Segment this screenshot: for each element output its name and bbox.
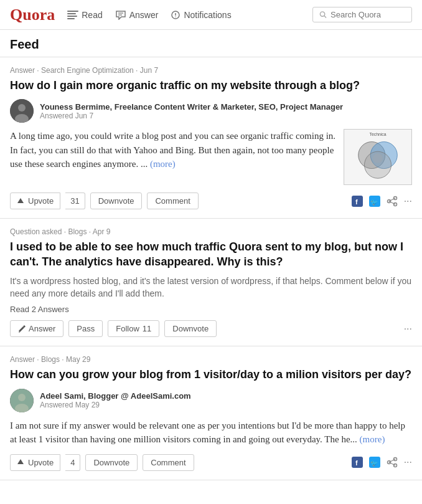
downvote-button[interactable]: Downvote: [164, 320, 217, 337]
nav-read-label: Read: [82, 10, 102, 20]
card-meta: Answer · Blogs · May 29: [10, 355, 412, 364]
svg-rect-1: [67, 13, 76, 14]
venn-diagram: Technica: [344, 129, 412, 185]
svg-marker-20: [17, 198, 24, 203]
more-actions[interactable]: ···: [404, 196, 412, 207]
svg-rect-3: [67, 18, 75, 19]
share-icon[interactable]: [387, 196, 398, 207]
svg-point-12: [18, 104, 26, 112]
avatar-image: [10, 389, 34, 412]
upvote-label: Upvote: [28, 196, 54, 206]
downvote-button[interactable]: Downvote: [85, 454, 138, 471]
svg-rect-0: [67, 11, 78, 12]
svg-point-19: [373, 154, 383, 164]
svg-text:Technica: Technica: [370, 132, 387, 136]
upvote-button[interactable]: Upvote: [10, 454, 60, 471]
follow-count: 11: [143, 324, 151, 333]
answer-label: Answer: [29, 324, 55, 333]
card-meta: Answer · Search Engine Optimization · Ju…: [10, 66, 412, 75]
author-name[interactable]: Youness Bermime, Freelance Content Write…: [40, 102, 343, 112]
twitter-icon[interactable]: 🐦: [369, 457, 380, 468]
feed-title: Feed: [0, 30, 422, 57]
search-input[interactable]: [331, 10, 405, 19]
nav-read[interactable]: Read: [67, 10, 102, 20]
share-actions: f 🐦 ···: [352, 457, 412, 468]
svg-point-8: [176, 16, 176, 17]
more-actions-right: ···: [404, 323, 412, 335]
search-icon: [319, 11, 327, 19]
share-icon[interactable]: [387, 457, 398, 468]
card-title[interactable]: How can you grow your blog from 1 visito…: [10, 368, 412, 382]
actions-row: Upvote 4 Downvote Comment f 🐦 ···: [10, 454, 412, 471]
quora-logo[interactable]: Quora: [10, 6, 55, 24]
navbar: Quora Read Answer Notifications: [0, 0, 422, 30]
answer-button[interactable]: Answer: [10, 320, 63, 337]
author-date: Answered Jun 7: [40, 112, 343, 120]
facebook-icon[interactable]: f: [352, 196, 363, 207]
svg-text:f: f: [355, 459, 358, 467]
share-actions: f 🐦 ···: [352, 196, 412, 207]
body-content: I am not sure if my answer would be rele…: [10, 421, 405, 445]
comment-button[interactable]: Comment: [143, 454, 194, 471]
avatar: [10, 389, 34, 412]
upvote-icon: [17, 197, 24, 205]
svg-text:f: f: [355, 198, 358, 206]
avatar-image: [10, 99, 34, 123]
upvote-label: Upvote: [28, 458, 54, 467]
author-info: Adeel Sami, Blogger @ AdeelSami.com Answ…: [40, 391, 191, 409]
svg-point-9: [320, 12, 324, 16]
more-link[interactable]: (more): [360, 434, 385, 444]
pencil-icon: [18, 325, 26, 333]
svg-point-32: [18, 394, 26, 401]
search-bar[interactable]: [312, 7, 412, 22]
svg-marker-34: [17, 459, 24, 464]
upvote-icon: [17, 459, 24, 466]
nav-notifications[interactable]: Notifications: [171, 10, 231, 20]
svg-line-10: [324, 16, 326, 17]
upvote-count: 4: [65, 454, 80, 471]
upvote-button[interactable]: Upvote: [10, 193, 60, 209]
author-row: Adeel Sami, Blogger @ AdeelSami.com Answ…: [10, 389, 412, 412]
feed-card-2: Question asked · Blogs · Apr 9 I used to…: [0, 219, 422, 346]
author-name[interactable]: Adeel Sami, Blogger @ AdeelSami.com: [40, 391, 191, 401]
read-icon: [67, 11, 78, 19]
svg-text:🐦: 🐦: [370, 459, 378, 467]
actions-row: Upvote 31 Downvote Comment f 🐦: [10, 193, 412, 209]
upvote-count: 31: [65, 193, 85, 209]
more-actions[interactable]: ···: [404, 457, 412, 468]
actions-row: Answer Pass Follow 11 Downvote ···: [10, 320, 412, 337]
author-row: Youness Bermime, Freelance Content Write…: [10, 99, 412, 123]
feed-card-3: Answer · Blogs · May 29 How can you grow…: [0, 346, 422, 480]
venn-diagram-svg: Technica: [344, 130, 411, 184]
author-date: Answered May 29: [40, 401, 191, 409]
card-title[interactable]: I used to be able to see how much traffi…: [10, 240, 412, 269]
more-actions[interactable]: ···: [404, 323, 412, 335]
more-link[interactable]: (more): [150, 159, 176, 169]
feed-card-1: Answer · Search Engine Optimization · Ju…: [0, 57, 422, 219]
follow-button[interactable]: Follow 11: [108, 320, 159, 337]
svg-text:🐦: 🐦: [370, 198, 378, 206]
notifications-icon: [171, 10, 181, 20]
card-excerpt: It's a wordpress hosted blog, and it's t…: [10, 275, 412, 300]
body-text: A long time ago, you could write a blog …: [10, 129, 336, 185]
nav-answer-label: Answer: [129, 10, 159, 20]
facebook-icon[interactable]: f: [352, 457, 363, 468]
follow-label: Follow: [116, 324, 139, 333]
nav-answer[interactable]: Answer: [115, 10, 159, 20]
answer-icon: [115, 10, 126, 20]
body-row: A long time ago, you could write a blog …: [10, 129, 412, 185]
body-text: I am not sure if my answer would be rele…: [10, 419, 412, 447]
comment-button[interactable]: Comment: [147, 193, 198, 209]
author-info: Youness Bermime, Freelance Content Write…: [40, 102, 343, 120]
twitter-icon[interactable]: 🐦: [369, 196, 380, 207]
card-meta: Question asked · Blogs · Apr 9: [10, 227, 412, 236]
downvote-button[interactable]: Downvote: [90, 193, 143, 209]
card-title[interactable]: How do I gain more organic traffic on my…: [10, 78, 412, 93]
svg-rect-2: [67, 16, 77, 17]
nav-notifications-label: Notifications: [184, 10, 231, 20]
read-answers-link[interactable]: Read 2 Answers: [10, 305, 412, 314]
avatar: [10, 99, 34, 123]
pass-button[interactable]: Pass: [68, 320, 103, 337]
